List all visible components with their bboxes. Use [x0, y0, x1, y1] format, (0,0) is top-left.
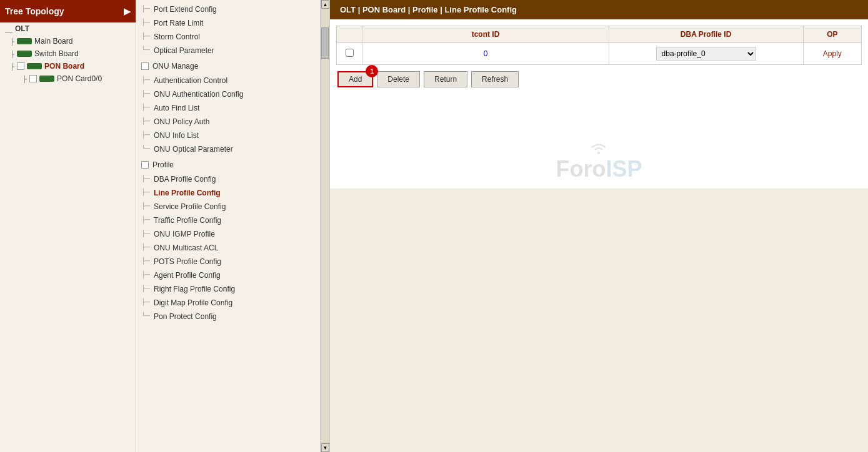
return-button[interactable]: Return	[424, 71, 467, 87]
nav-panel: Port Extend Config Port Rate Limit Storm…	[136, 0, 321, 452]
scroll-thumb[interactable]	[321, 27, 329, 59]
apply-link[interactable]: Apply	[823, 49, 842, 58]
add-button[interactable]: Add 1	[337, 71, 373, 87]
nav-item-storm-control[interactable]: Storm Control	[136, 30, 320, 44]
nav-section-label-onu-manage: ONU Manage	[152, 62, 198, 71]
nav-section-header-profile[interactable]: Profile	[136, 157, 320, 172]
delete-button[interactable]: Delete	[377, 71, 420, 87]
scroll-track	[321, 9, 329, 443]
nav-item-authentication-control[interactable]: Authentication Control	[136, 74, 320, 87]
add-badge: 1	[366, 65, 378, 77]
breadcrumb-text: OLT | PON Board | Profile | Line Profile…	[340, 5, 517, 14]
sidebar-collapse-icon[interactable]: ▶	[124, 6, 131, 16]
poncard-expand-checkbox[interactable]	[29, 75, 37, 82]
col-header-check	[337, 26, 362, 43]
sidebar-header[interactable]: Tree Topology ▶	[0, 0, 136, 22]
scroll-down-arrow[interactable]: ▼	[321, 443, 329, 452]
tree-node-mainboard[interactable]: ├ Main Board	[0, 35, 136, 47]
nav-item-pots-profile-config[interactable]: POTS Profile Config	[136, 255, 320, 268]
tree-node-ponboard[interactable]: ├ PON Board	[0, 60, 136, 72]
tree-node-poncard[interactable]: ├ PON Card0/0	[0, 72, 136, 85]
col-header-op: OP	[803, 26, 861, 43]
nav-item-port-extend-config[interactable]: Port Extend Config	[136, 2, 320, 16]
row-dba-cell: dba-profile_0 dba-profile_1 dba-profile_…	[609, 43, 803, 65]
nav-item-service-profile-config[interactable]: Service Profile Config	[136, 200, 320, 214]
content-area: OLT | PON Board | Profile | Line Profile…	[330, 0, 868, 452]
dba-profile-select[interactable]: dba-profile_0 dba-profile_1 dba-profile_…	[656, 47, 756, 61]
mainboard-icon	[17, 38, 32, 44]
nav-item-onu-auth-config[interactable]: ONU Authentication Config	[136, 87, 320, 101]
tcont-value: 0	[484, 49, 488, 58]
row-op-cell: Apply	[803, 43, 861, 65]
nav-item-onu-info-list[interactable]: ONU Info List	[136, 129, 320, 142]
svg-point-0	[597, 152, 600, 154]
col-header-tcont: tcont ID	[362, 26, 609, 43]
nav-item-onu-policy-auth[interactable]: ONU Policy Auth	[136, 115, 320, 129]
row-tcont-cell: 0	[362, 43, 609, 65]
sidebar: Tree Topology ▶ ⎯⎯ OLT ├ Main Board ├ Sw…	[0, 0, 136, 452]
content-body: tcont ID DBA Profile ID OP	[330, 19, 868, 189]
nav-item-line-profile-config[interactable]: Line Profile Config	[136, 186, 320, 200]
col-header-dba: DBA Profile ID	[609, 26, 803, 43]
onu-manage-checkbox[interactable]	[141, 62, 149, 70]
foroisp-logo: Foro ISP	[556, 137, 642, 182]
nav-item-pon-protect-config[interactable]: Pon Protect Config	[136, 310, 320, 323]
wifi-icon	[586, 137, 611, 156]
nav-item-dba-profile-config[interactable]: DBA Profile Config	[136, 172, 320, 186]
ponboard-icon	[27, 63, 42, 69]
nav-section-label-profile: Profile	[152, 160, 174, 169]
nav-item-traffic-profile-config[interactable]: Traffic Profile Config	[136, 214, 320, 227]
breadcrumb: OLT | PON Board | Profile | Line Profile…	[330, 0, 868, 19]
table-row: 0 dba-profile_0 dba-profile_1 dba-profil…	[337, 43, 862, 65]
scroll-up-arrow[interactable]: ▲	[321, 0, 329, 9]
nav-item-onu-igmp-profile[interactable]: ONU IGMP Profile	[136, 227, 320, 241]
tree-node-olt[interactable]: ⎯⎯ OLT	[0, 22, 136, 35]
foroisp-watermark: Foro ISP	[336, 137, 862, 182]
action-bar: Add 1 Delete Return Refresh	[336, 71, 862, 87]
nav-section-header-onu-manage[interactable]: ONU Manage	[136, 59, 320, 74]
content-wrapper: tcont ID DBA Profile ID OP	[330, 19, 868, 452]
nav-section-onu-manage: ONU Manage Authentication Control ONU Au…	[136, 59, 320, 156]
foroisp-text: Foro ISP	[556, 156, 642, 182]
switchboard-label: Switch Board	[34, 49, 79, 58]
isp-text: ISP	[606, 156, 642, 182]
nav-item-optical-parameter[interactable]: Optical Parameter	[136, 44, 320, 57]
refresh-button[interactable]: Refresh	[471, 71, 519, 87]
mainboard-label: Main Board	[34, 37, 72, 46]
row-checkbox-cell	[337, 43, 362, 65]
nav-item-onu-multicast-acl[interactable]: ONU Multicast ACL	[136, 241, 320, 255]
nav-item-right-flag-profile-config[interactable]: Right Flag Profile Config	[136, 282, 320, 296]
nav-item-auto-find-list[interactable]: Auto Find List	[136, 101, 320, 115]
sidebar-title: Tree Topology	[5, 6, 64, 16]
olt-label: OLT	[15, 24, 29, 33]
nav-item-digit-map-profile-config[interactable]: Digit Map Profile Config	[136, 296, 320, 310]
foro-text: Foro	[556, 156, 606, 182]
nav-item-port-rate-limit[interactable]: Port Rate Limit	[136, 16, 320, 30]
switchboard-icon	[17, 51, 32, 57]
row-checkbox[interactable]	[346, 49, 354, 57]
nav-section-profile: Profile DBA Profile Config Line Profile …	[136, 157, 320, 323]
nav-scrollbar[interactable]: ▲ ▼	[321, 0, 329, 452]
poncard-label: PON Card0/0	[57, 74, 102, 83]
profile-checkbox[interactable]	[141, 161, 149, 169]
poncard-icon	[39, 76, 54, 82]
nav-item-onu-optical-parameter[interactable]: ONU Optical Parameter	[136, 142, 320, 156]
nav-item-agent-profile-config[interactable]: Agent Profile Config	[136, 268, 320, 282]
data-table: tcont ID DBA Profile ID OP	[336, 26, 862, 65]
ponboard-expand-checkbox[interactable]	[17, 62, 24, 70]
nav-section-port: Port Extend Config Port Rate Limit Storm…	[136, 2, 320, 57]
ponboard-label: PON Board	[44, 62, 84, 71]
tree-node-switchboard[interactable]: ├ Switch Board	[0, 47, 136, 60]
